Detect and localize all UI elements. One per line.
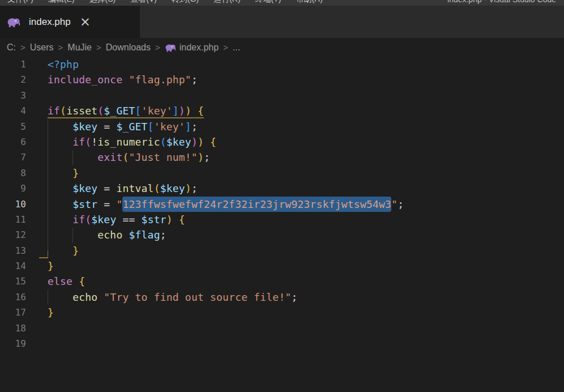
- line-number[interactable]: 17: [0, 305, 26, 320]
- code-token: }: [48, 260, 54, 272]
- code-token: [48, 121, 72, 133]
- breadcrumb-item[interactable]: ...: [233, 42, 240, 53]
- code-token: [48, 214, 72, 225]
- line-number[interactable]: 7: [0, 150, 26, 165]
- tab-index-php[interactable]: index.php ×: [0, 6, 140, 38]
- code-token: $key: [72, 121, 97, 133]
- code-token: ): [198, 151, 204, 163]
- code-line[interactable]: 19: [0, 336, 564, 351]
- tab-label: index.php: [29, 16, 71, 28]
- code-token: $str: [72, 198, 97, 210]
- code-line[interactable]: 9 $key = intval($key);: [0, 181, 564, 196]
- code-line[interactable]: 2include_once "flag.php";: [0, 72, 564, 87]
- code-editor[interactable]: 1<?php2include_once "flag.php";34if(isse…: [0, 57, 564, 392]
- line-number[interactable]: 14: [0, 258, 26, 274]
- code-line[interactable]: 5 $key = $_GET['key'];: [0, 119, 564, 134]
- code-token: (: [85, 214, 91, 225]
- code-line[interactable]: 16 echo "Try to find out source file!";: [0, 289, 564, 305]
- line-number[interactable]: 18: [0, 321, 26, 336]
- code-line[interactable]: 6 if(!is_numeric($key)) {: [0, 134, 564, 150]
- code-line[interactable]: 18: [0, 321, 564, 336]
- code-token: if: [72, 136, 85, 148]
- code-token: isset: [66, 105, 97, 117]
- menu-item[interactable]: 运行(R): [206, 0, 247, 5]
- code-line[interactable]: 15else {: [0, 274, 564, 289]
- code-token: [72, 275, 79, 287]
- code-token: ;: [160, 229, 166, 241]
- code-token: 'key': [154, 121, 185, 133]
- breadcrumb-item[interactable]: MuJie: [67, 42, 92, 53]
- code-token: [48, 291, 72, 303]
- menu-item[interactable]: 终端(T): [248, 0, 289, 5]
- code-token: if: [48, 105, 60, 117]
- code-line[interactable]: 14}: [0, 258, 564, 274]
- chevron-right-icon: >: [96, 42, 101, 52]
- line-number[interactable]: 10: [0, 197, 26, 212]
- code-line[interactable]: 7 exit("Just num!");: [0, 150, 564, 165]
- code-token: ": [391, 198, 398, 210]
- line-number[interactable]: 15: [0, 274, 26, 289]
- line-number[interactable]: 2: [0, 72, 26, 87]
- line-number[interactable]: 3: [0, 88, 26, 103]
- line-number[interactable]: 16: [0, 289, 26, 305]
- code-token: ;: [398, 198, 404, 210]
- indent-guide: [48, 119, 48, 250]
- menu-item[interactable]: 转到(G): [164, 0, 206, 5]
- code-line[interactable]: 13 }: [0, 243, 564, 258]
- code-token: [48, 182, 72, 194]
- code-token: $key: [166, 136, 191, 148]
- code-token: (: [60, 105, 66, 117]
- code-token: (: [154, 182, 160, 194]
- breadcrumb-item[interactable]: Downloads: [106, 42, 151, 53]
- line-number[interactable]: 5: [0, 119, 26, 134]
- tab-close-icon[interactable]: ×: [80, 15, 91, 28]
- line-number[interactable]: 9: [0, 181, 26, 196]
- menu-item[interactable]: 文件(F): [0, 0, 41, 5]
- code-token: (: [122, 151, 129, 163]
- breadcrumb-item[interactable]: C:: [7, 42, 16, 53]
- indent-guide: [72, 150, 73, 165]
- code-text: [26, 88, 48, 103]
- code-token: [: [148, 121, 154, 133]
- line-number[interactable]: 1: [0, 57, 26, 72]
- code-line[interactable]: 4if(isset($_GET['key'])) {: [0, 103, 564, 118]
- breadcrumb-item[interactable]: Users: [30, 42, 54, 53]
- line-number[interactable]: 12: [0, 227, 26, 242]
- code-token: echo: [72, 291, 97, 303]
- menu-item[interactable]: 选择(S): [82, 0, 123, 5]
- chevron-right-icon: >: [155, 42, 160, 52]
- line-number[interactable]: 13: [0, 243, 26, 258]
- code-text: }: [26, 305, 54, 320]
- menu-item[interactable]: 编辑(E): [41, 0, 82, 5]
- code-text: $key = intval($key);: [26, 181, 198, 196]
- code-token: }: [72, 167, 79, 179]
- line-number[interactable]: 4: [0, 103, 26, 118]
- code-line[interactable]: 3: [0, 88, 564, 103]
- menu-item[interactable]: 帮助(H): [288, 0, 330, 5]
- code-line[interactable]: 1<?php: [0, 57, 564, 72]
- code-token: =: [97, 121, 116, 133]
- line-number[interactable]: 8: [0, 165, 26, 181]
- code-token: is_numeric: [97, 136, 160, 148]
- code-token: ): [198, 136, 204, 148]
- chevron-right-icon: >: [58, 42, 63, 52]
- code-line[interactable]: 12 echo $flag;: [0, 227, 564, 242]
- code-line[interactable]: 11 if($key == $str) {: [0, 212, 564, 227]
- breadcrumb-item[interactable]: index.php: [165, 42, 219, 53]
- line-number[interactable]: 6: [0, 134, 26, 150]
- code-token: (: [97, 105, 104, 117]
- code-token: "flag.php": [129, 74, 191, 86]
- line-number[interactable]: 19: [0, 336, 26, 351]
- menu-bar: 文件(F)编辑(E)选择(S)查看(V)转到(G)运行(R)终端(T)帮助(H): [0, 0, 330, 5]
- code-token: [48, 245, 72, 257]
- code-line[interactable]: 10 $str = "123ffwsfwefwf24r2f32ir23jrw92…: [0, 197, 564, 212]
- code-token: $key: [72, 182, 97, 194]
- line-number[interactable]: 11: [0, 212, 26, 227]
- bracket-scope-underline: if(isset($_GET['key'])) {: [48, 105, 204, 118]
- code-token: $flag: [129, 229, 160, 241]
- code-line[interactable]: 17}: [0, 305, 564, 320]
- menu-item[interactable]: 查看(V): [123, 0, 164, 5]
- code-token: $_GET: [104, 105, 135, 117]
- tab-bar: index.php ×: [0, 6, 564, 38]
- code-line[interactable]: 8 }: [0, 165, 564, 181]
